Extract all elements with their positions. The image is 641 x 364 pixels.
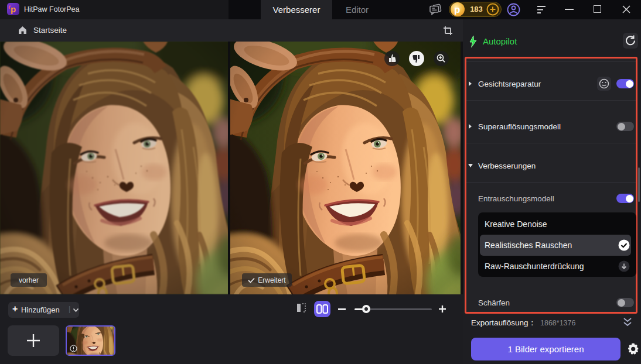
svg-text:p: p	[11, 4, 16, 14]
svg-text:p: p	[454, 4, 460, 15]
